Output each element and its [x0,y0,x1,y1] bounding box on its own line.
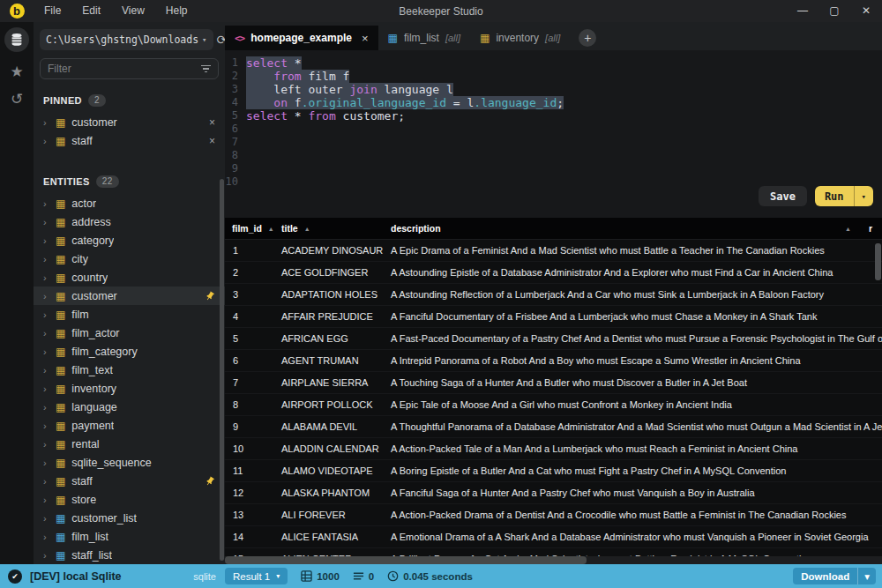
table-row[interactable]: 1ACADEMY DINOSAURA Epic Drama of a Femin… [225,240,882,262]
entity-item-payment[interactable]: ›▦payment [34,416,225,435]
chevron-right-icon[interactable]: › [43,495,49,505]
entity-item-language[interactable]: ›▦language [34,398,225,416]
sort-arrow-icon[interactable]: ▲ [268,226,274,232]
chevron-right-icon[interactable]: › [43,217,49,227]
minimize-button[interactable]: — [787,0,818,22]
connection-status[interactable]: ✔ [DEV] local Sqlite sqlite [0,569,225,584]
entity-filter-input[interactable]: Filter [40,58,219,79]
entity-item-staff_list[interactable]: ›▦staff_list [34,546,225,564]
menu-help[interactable]: Help [155,0,198,22]
table-row[interactable]: 10ALADDIN CALENDARA Action-Packed Tale o… [225,438,882,460]
chevron-right-icon[interactable]: › [43,383,49,394]
history-nav-button[interactable]: ↺ [11,92,23,107]
close-button[interactable]: ✕ [850,0,882,22]
table-row[interactable]: 13ALI FOREVERA Action-Packed Drama of a … [225,504,882,526]
entity-item-film_actor[interactable]: ›▦film_actor [34,324,225,342]
horizontal-scroll-thumb[interactable] [225,556,587,564]
new-tab-button[interactable]: + [579,29,596,47]
entity-item-customer[interactable]: ›▦customer [34,287,225,305]
chevron-right-icon[interactable]: › [43,439,49,450]
entity-item-country[interactable]: ›▦country [34,268,225,287]
table-row[interactable]: 14ALICE FANTASIAA Emotional Drama of a A… [225,526,882,548]
chevron-right-icon[interactable]: › [43,458,49,468]
download-button[interactable]: Download [793,568,857,584]
entity-item-sqlite_sequence[interactable]: ›▦sqlite_sequence [34,453,225,472]
entity-item-film[interactable]: ›▦film [34,305,225,324]
entity-item-store[interactable]: ›▦store [34,490,225,509]
entity-item-film_category[interactable]: ›▦film_category [34,342,225,361]
chevron-right-icon[interactable]: › [43,136,49,146]
table-row[interactable]: 12ALASKA PHANTOMA Fanciful Saga of a Hun… [225,482,882,504]
column-header-description[interactable]: description▲ [384,218,869,239]
tables-nav-button[interactable] [4,27,29,52]
refresh-button[interactable]: ⟳ [217,33,225,47]
chevron-right-icon[interactable]: › [43,476,49,487]
entity-item-address[interactable]: ›▦address [34,212,225,231]
maximize-button[interactable]: ▢ [818,0,850,22]
chevron-right-icon[interactable]: › [43,550,49,561]
table-row[interactable]: 8AIRPORT POLLOCKA Epic Tale of a Moose A… [225,394,882,416]
tab-film_list[interactable]: ▦film_list[all] [378,26,470,50]
favorites-nav-button[interactable]: ★ [10,64,23,79]
table-row[interactable]: 6AGENT TRUMANA Intrepid Panorama of a Ro… [225,350,882,372]
unpin-close-icon[interactable]: × [209,116,215,129]
column-header-film_id[interactable]: film_id▲ [225,218,274,239]
chevron-right-icon[interactable]: › [43,402,49,413]
save-button[interactable]: Save [759,186,807,206]
table-row[interactable]: 9ALABAMA DEVILA Thoughtful Panorama of a… [225,416,882,438]
entity-item-staff[interactable]: ›▦staff [34,472,225,490]
table-row[interactable]: 3ADAPTATION HOLESA Astounding Reflection… [225,284,882,306]
results-vertical-scrollbar[interactable] [875,243,881,280]
chevron-right-icon[interactable]: › [43,198,49,209]
run-options-caret[interactable]: ▾ [854,186,873,206]
entity-item-film_text[interactable]: ›▦film_text [34,361,225,379]
menu-view[interactable]: View [111,0,155,22]
menu-file[interactable]: File [34,0,71,22]
tab-close-icon[interactable]: × [362,32,369,45]
chevron-right-icon[interactable]: › [43,291,49,301]
table-row[interactable]: 4AFFAIR PREJUDICEA Fanciful Documentary … [225,306,882,328]
run-button[interactable]: Run [815,190,854,203]
database-selector[interactable]: C:\Users\ghstng\Downloads ▾ [40,29,213,50]
table-row[interactable]: 5AFRICAN EGGA Fast-Paced Documentary of … [225,328,882,350]
table-row[interactable]: 11ALAMO VIDEOTAPEA Boring Epistle of a B… [225,460,882,482]
entity-item-film_list[interactable]: ›▦film_list [34,527,225,546]
menu-edit[interactable]: Edit [71,0,111,22]
entity-item-actor[interactable]: ›▦actor [34,194,225,212]
result-selector[interactable]: Result 1 ▾ [225,568,288,584]
chevron-right-icon[interactable]: › [43,117,49,128]
unpin-close-icon[interactable]: × [209,135,215,147]
table-row[interactable]: 7AIRPLANE SIERRAA Touching Saga of a Hun… [225,372,882,394]
chevron-right-icon[interactable]: › [43,272,49,283]
chevron-right-icon[interactable]: › [43,254,49,264]
sort-arrow-icon[interactable]: ▲ [845,226,851,232]
entity-item-customer_list[interactable]: ›▦customer_list [34,509,225,527]
entity-item-category[interactable]: ›▦category [34,231,225,249]
chevron-right-icon[interactable]: › [43,532,49,542]
entity-item-rental[interactable]: ›▦rental [34,435,225,453]
chevron-right-icon[interactable]: › [43,328,49,339]
column-header-title[interactable]: title▲ [274,218,384,239]
column-header-partial[interactable]: r [869,218,882,239]
pinned-item-customer[interactable]: ›▦customer× [34,113,225,131]
download-options-caret[interactable]: ▾ [857,568,876,584]
chevron-right-icon[interactable]: › [43,421,49,431]
tab-homepage_example[interactable]: <>homepage_example× [225,26,378,50]
table-row[interactable]: 2ACE GOLDFINGERA Astounding Epistle of a… [225,262,882,284]
entity-item-inventory[interactable]: ›▦inventory [34,379,225,398]
sort-arrow-icon[interactable]: ▲ [304,226,310,232]
chevron-right-icon[interactable]: › [43,309,49,320]
chevron-right-icon[interactable]: › [43,365,49,376]
chevron-right-icon[interactable]: › [43,235,49,246]
sidebar-scrollbar[interactable] [220,179,224,561]
pin-icon[interactable] [203,288,218,303]
results-horizontal-scrollbar[interactable] [225,556,882,564]
chevron-right-icon[interactable]: › [43,346,49,357]
pinned-item-staff[interactable]: ›▦staff× [34,131,225,150]
sql-editor[interactable]: 1select *2 from film f3 left outer join … [225,50,882,218]
filter-icon[interactable] [200,65,211,73]
tab-inventory[interactable]: ▦inventory[all] [470,26,570,50]
chevron-right-icon[interactable]: › [43,513,49,524]
entity-item-city[interactable]: ›▦city [34,249,225,268]
pin-icon[interactable] [203,473,218,488]
